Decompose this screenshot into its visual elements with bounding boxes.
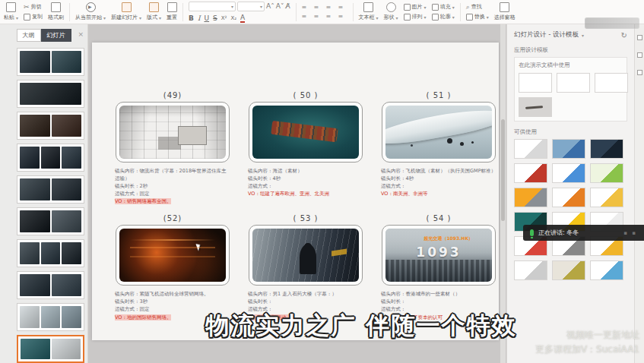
current-slide[interactable]: (49) 镜头内容：物流出货（字幕：2018年世界运住库主运输） 镜头时长：2秒… xyxy=(92,43,499,340)
strikethrough-button[interactable]: S xyxy=(213,14,217,22)
play-from-current-button[interactable]: 从当前开始▾ xyxy=(75,2,106,21)
design-template-thumb[interactable] xyxy=(514,188,547,207)
design-template-thumb[interactable] xyxy=(514,139,547,159)
speaking-text: 正在讲话: 冬冬 xyxy=(538,229,579,237)
replace-button[interactable]: 替换▾ xyxy=(466,13,489,21)
in-document-templates: 在此演示文稿中使用 xyxy=(514,57,627,122)
microphone-icon xyxy=(530,229,534,236)
storyboard-card-54[interactable]: ( 54 ) 超光交通（1093.HK） 1093 镜头内容：香港城市的一些素材… xyxy=(381,214,496,320)
picture-icon xyxy=(404,4,411,11)
design-template-thumb[interactable] xyxy=(552,260,585,280)
design-template-thumb[interactable] xyxy=(595,73,628,93)
layout-button[interactable]: 版式▾ xyxy=(147,2,161,21)
thumbnail-image xyxy=(52,210,82,232)
reset-button[interactable]: 重置 xyxy=(167,2,177,21)
thumbnail-image xyxy=(62,242,81,264)
new-slide-button[interactable]: 新建幻灯片▾ xyxy=(111,2,141,21)
picture-button[interactable]: 图片▾ xyxy=(404,3,427,11)
animation-panel-icon[interactable] xyxy=(637,70,642,75)
thumbnail-image xyxy=(20,51,50,73)
paste-button[interactable]: 粘贴▾ xyxy=(4,2,18,21)
slide-thumbnail[interactable] xyxy=(17,271,84,299)
scrollbar-thumb[interactable] xyxy=(501,119,505,221)
align-right-icon[interactable]: ≡ xyxy=(326,13,335,20)
storyboard-card-52[interactable]: (52) 镜头内容：紧随飞机运动转全球营销网络。 镜头时长：3秒 运镜方式：固定… xyxy=(115,214,230,320)
decrease-font-icon[interactable]: A˅ xyxy=(276,3,284,10)
thumbnail-image xyxy=(20,274,50,296)
copy-button[interactable]: 复制 xyxy=(24,13,43,21)
copy-icon xyxy=(24,14,30,21)
indent-decrease-icon[interactable]: ≡ xyxy=(326,4,335,11)
align-left-icon[interactable]: ≡ xyxy=(302,13,311,20)
shapes-button[interactable]: 形状▾ xyxy=(384,2,398,21)
fill-button[interactable]: 填充▾ xyxy=(432,3,455,11)
thumbnail-image xyxy=(20,210,50,232)
slide-thumbnail[interactable] xyxy=(17,303,84,331)
font-size-select[interactable]: ▾ xyxy=(237,2,265,11)
shot-content: 镜头内容：紧随飞机运动转全球营销网络。 xyxy=(115,290,230,298)
numbered-list-icon[interactable]: ≡ xyxy=(314,4,323,11)
clear-format-icon[interactable]: A̸ xyxy=(285,3,290,10)
design-template-thumb[interactable] xyxy=(552,188,585,207)
font-color-button[interactable]: A xyxy=(240,14,245,23)
tab-outline[interactable]: 大纲 xyxy=(17,29,41,42)
design-template-thumb[interactable] xyxy=(514,163,547,183)
slide-thumbnail[interactable] xyxy=(17,48,84,76)
chevron-down-icon[interactable]: ▾ xyxy=(582,33,584,38)
bullet-list-icon[interactable]: ≡ xyxy=(302,4,311,11)
design-template-thumb[interactable] xyxy=(514,260,547,280)
storyboard-card-51[interactable]: ( 51 ) 镜头内容：飞机物流（素材）（执行美国GMP标准） 镜头时长：4秒 … xyxy=(381,91,496,205)
tab-slides[interactable]: 幻灯片 xyxy=(41,29,71,42)
watermark-line1: 视频唯一更新地址 xyxy=(535,328,639,342)
templates-panel-icon[interactable] xyxy=(637,35,642,40)
slide-thumbnail[interactable] xyxy=(17,207,84,235)
design-template-thumb[interactable] xyxy=(552,139,585,159)
arrange-button[interactable]: 排列▾ xyxy=(404,13,427,21)
font-family-select[interactable]: ▾ xyxy=(189,2,236,11)
chevron-down-icon: ▾ xyxy=(139,15,141,21)
selection-pane-button[interactable]: 选择窗格 xyxy=(494,2,516,21)
cut-button[interactable]: ✂剪切 xyxy=(24,3,43,11)
design-template-thumb[interactable] xyxy=(590,260,623,280)
storyboard-card-49[interactable]: (49) 镜头内容：物流出货（字幕：2018年世界运住库主运输） 镜头时长：2秒… xyxy=(115,91,230,205)
close-icon[interactable]: × xyxy=(78,30,84,38)
align-center-icon[interactable]: ≡ xyxy=(314,13,323,20)
refresh-icon[interactable]: ↻ xyxy=(621,31,627,39)
slide-thumbnail[interactable] xyxy=(17,144,84,172)
italic-button[interactable]: I xyxy=(198,14,201,22)
slide-thumbnail[interactable] xyxy=(17,335,84,363)
storyboard-card-53[interactable]: ( 53 ) 镜头内容：男1 走入石药大楼（字幕：） 镜头时长： 运镜方式： V… xyxy=(248,214,363,320)
increase-font-icon[interactable]: A˄ xyxy=(266,3,274,10)
bold-button[interactable]: B xyxy=(189,14,194,22)
slide-thumbnail[interactable] xyxy=(17,239,84,267)
subscript-button[interactable]: X₂ xyxy=(230,15,236,21)
format-painter-button[interactable]: 格式刷 xyxy=(48,2,64,21)
superscript-button[interactable]: X² xyxy=(221,15,227,21)
slide-thumbnail[interactable] xyxy=(17,112,84,140)
slide-thumbnail[interactable] xyxy=(17,175,84,204)
color-scheme-icon[interactable] xyxy=(637,52,642,58)
design-template-thumb[interactable] xyxy=(519,73,552,93)
thumbnail-image xyxy=(52,51,82,73)
underline-button[interactable]: U xyxy=(205,14,210,22)
design-template-thumb[interactable] xyxy=(552,163,585,183)
building-walk-image xyxy=(252,229,359,282)
card-image-frame xyxy=(382,102,496,163)
design-template-thumb-selected[interactable] xyxy=(519,97,552,117)
slide-thumbnail[interactable] xyxy=(17,80,84,108)
find-button[interactable]: ⌕查找 xyxy=(466,3,489,11)
indent-increase-icon[interactable]: ≡ xyxy=(338,4,347,11)
design-template-thumb[interactable] xyxy=(590,163,623,183)
selection-pane-icon xyxy=(500,2,509,12)
hongkong-city-image: 超光交通（1093.HK） 1093 xyxy=(385,229,492,282)
design-template-thumb[interactable] xyxy=(590,188,623,207)
cut-icon: ✂ xyxy=(24,4,30,11)
design-template-thumb[interactable] xyxy=(590,139,623,159)
outline-button[interactable]: 轮廓▾ xyxy=(432,13,455,21)
storyboard-card-50[interactable]: ( 50 ) 镜头内容：海运（素材） 镜头时长：4秒 运镜方式： VO：组建了遍… xyxy=(248,91,363,205)
text-box-button[interactable]: 文本框▾ xyxy=(359,2,379,21)
thumbnail-image xyxy=(20,83,81,105)
shot-camera: 运镜方式： xyxy=(248,182,363,190)
design-template-thumb[interactable] xyxy=(557,73,590,93)
line-spacing-icon[interactable]: ≡ xyxy=(338,13,347,20)
